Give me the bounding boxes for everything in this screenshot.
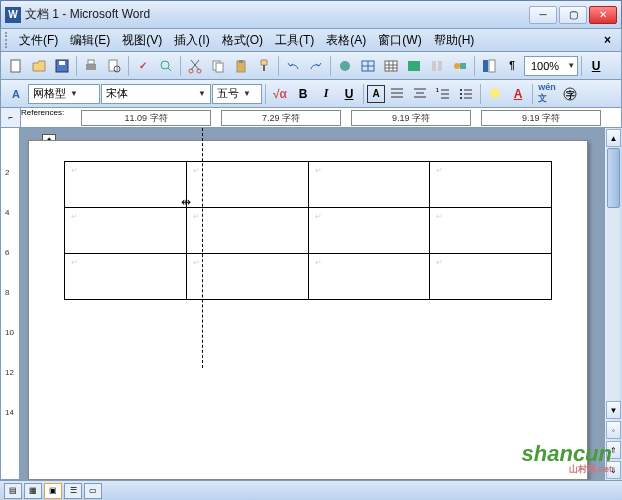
window-title: 文档 1 - Microsoft Word [25, 6, 529, 23]
highlight-icon[interactable] [484, 83, 506, 105]
font-color-icon[interactable]: A [507, 83, 529, 105]
table-cell[interactable] [430, 162, 552, 208]
table-cell[interactable] [308, 208, 430, 254]
align-justify-icon[interactable] [386, 83, 408, 105]
menu-insert[interactable]: 插入(I) [168, 30, 215, 51]
svg-rect-18 [432, 61, 436, 71]
document-table[interactable] [64, 161, 552, 300]
print-icon[interactable] [80, 55, 102, 77]
tables-borders-icon[interactable] [357, 55, 379, 77]
copy-icon[interactable] [207, 55, 229, 77]
save-icon[interactable] [51, 55, 73, 77]
table-cell[interactable] [65, 254, 187, 300]
document-viewport[interactable]: ✥ ⇹ [20, 128, 604, 480]
menu-window[interactable]: 窗口(W) [372, 30, 427, 51]
enclose-char-icon[interactable]: 字 [559, 83, 581, 105]
cut-icon[interactable] [184, 55, 206, 77]
standard-toolbar: ✓ ¶ 100% ▼ U [0, 52, 622, 80]
menu-format[interactable]: 格式(O) [216, 30, 269, 51]
close-document-button[interactable]: × [598, 31, 617, 49]
scroll-down-button[interactable]: ▼ [606, 401, 621, 419]
style-combo[interactable]: 网格型▼ [28, 84, 100, 104]
redo-icon[interactable] [305, 55, 327, 77]
scroll-track[interactable] [607, 148, 620, 400]
menu-edit[interactable]: 编辑(E) [64, 30, 116, 51]
underline-button-tb[interactable]: U [585, 55, 607, 77]
equation-icon[interactable]: √α [269, 83, 291, 105]
new-doc-icon[interactable] [5, 55, 27, 77]
zoom-combo[interactable]: 100% ▼ [524, 56, 578, 76]
styles-pane-icon[interactable]: A [5, 83, 27, 105]
paste-icon[interactable] [230, 55, 252, 77]
table-cell[interactable] [65, 162, 187, 208]
table-cell[interactable] [186, 254, 308, 300]
font-size-combo[interactable]: 五号▼ [212, 84, 262, 104]
menu-help[interactable]: 帮助(H) [428, 30, 481, 51]
svg-point-20 [454, 63, 460, 69]
doc-map-icon[interactable] [478, 55, 500, 77]
status-bar: ▤ ▦ ▣ ☰ ▭ [0, 480, 622, 500]
chevron-down-icon: ▼ [563, 61, 575, 70]
open-icon[interactable] [28, 55, 50, 77]
show-marks-icon[interactable]: ¶ [501, 55, 523, 77]
normal-view-button[interactable]: ▤ [4, 483, 22, 499]
document-area: 2 4 6 8 10 12 14 ✥ ⇹ ▲ ▼ ◦ ⇑ ⇓ [0, 128, 622, 480]
table-cell[interactable] [308, 254, 430, 300]
close-button[interactable]: ✕ [589, 6, 617, 24]
svg-rect-16 [385, 61, 397, 71]
title-bar: W 文档 1 - Microsoft Word ─ ▢ ✕ [0, 0, 622, 28]
table-cell[interactable] [186, 162, 308, 208]
menu-tools[interactable]: 工具(T) [269, 30, 320, 51]
undo-icon[interactable] [282, 55, 304, 77]
svg-rect-19 [438, 61, 442, 71]
column-width-4: 9.19 字符 [481, 110, 601, 126]
table-cell[interactable] [430, 208, 552, 254]
browse-object-button[interactable]: ◦ [606, 421, 621, 439]
numbered-list-icon[interactable]: 1 [432, 83, 454, 105]
column-width-2: 7.29 字符 [221, 110, 341, 126]
menu-file[interactable]: 文件(F) [13, 30, 64, 51]
maximize-button[interactable]: ▢ [559, 6, 587, 24]
web-view-button[interactable]: ▦ [24, 483, 42, 499]
chevron-down-icon: ▼ [70, 89, 78, 98]
format-painter-icon[interactable] [253, 55, 275, 77]
table-cell[interactable] [308, 162, 430, 208]
menu-view[interactable]: 视图(V) [116, 30, 168, 51]
vertical-ruler[interactable]: 2 4 6 8 10 12 14 [0, 128, 20, 480]
underline-button[interactable]: U [338, 83, 360, 105]
font-name-combo[interactable]: 宋体▼ [101, 84, 211, 104]
page[interactable]: ⇹ [28, 140, 588, 480]
table-cell[interactable] [65, 208, 187, 254]
bullet-list-icon[interactable] [455, 83, 477, 105]
table-row [65, 162, 552, 208]
scroll-thumb[interactable] [607, 148, 620, 208]
print-layout-view-button[interactable]: ▣ [44, 483, 62, 499]
italic-button[interactable]: I [315, 83, 337, 105]
research-icon[interactable] [155, 55, 177, 77]
bold-button[interactable]: B [292, 83, 314, 105]
columns-icon[interactable] [426, 55, 448, 77]
print-preview-icon[interactable] [103, 55, 125, 77]
phonetic-guide-icon[interactable]: wén文 [536, 83, 558, 105]
drawing-icon[interactable] [449, 55, 471, 77]
reading-view-button[interactable]: ▭ [84, 483, 102, 499]
table-cell[interactable] [430, 254, 552, 300]
excel-icon[interactable] [403, 55, 425, 77]
minimize-button[interactable]: ─ [529, 6, 557, 24]
spellcheck-icon[interactable]: ✓ [132, 55, 154, 77]
insert-table-icon[interactable] [380, 55, 402, 77]
table-cell[interactable] [186, 208, 308, 254]
horizontal-ruler[interactable]: ⌐ 11.09 字符References: 7.29 字符 9.19 字符 9.… [0, 108, 622, 128]
tab-selector[interactable]: ⌐ [1, 108, 21, 127]
svg-text:1: 1 [436, 87, 439, 93]
char-border-icon[interactable]: A [367, 85, 385, 103]
hyperlink-icon[interactable] [334, 55, 356, 77]
menu-table[interactable]: 表格(A) [320, 30, 372, 51]
svg-point-26 [460, 93, 462, 95]
svg-rect-17 [408, 61, 420, 71]
align-center-icon[interactable] [409, 83, 431, 105]
outline-view-button[interactable]: ☰ [64, 483, 82, 499]
scroll-up-button[interactable]: ▲ [606, 129, 621, 147]
toolbar-grip[interactable] [5, 32, 9, 48]
vertical-scrollbar[interactable]: ▲ ▼ ◦ ⇑ ⇓ [604, 128, 622, 480]
